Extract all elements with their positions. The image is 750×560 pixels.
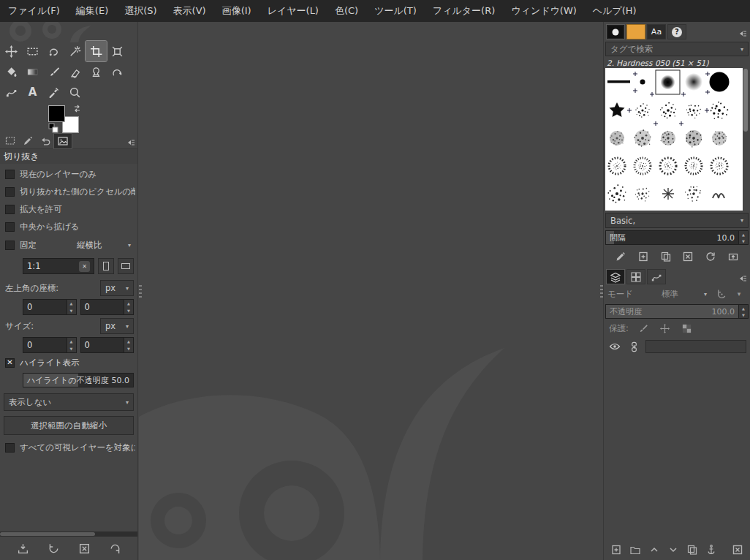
move-tool-button[interactable] (1, 41, 22, 61)
spacing-spinner[interactable]: ▲▼ (739, 230, 749, 245)
open-brush-as-image-button[interactable] (724, 248, 742, 265)
highlight-checkbox[interactable]: ✕ (5, 358, 15, 368)
layer-list[interactable] (604, 356, 750, 540)
menu-colors[interactable]: 色(C) (327, 0, 366, 22)
new-layer-group-button[interactable] (629, 541, 641, 559)
menu-view[interactable]: 表示(V) (165, 0, 214, 22)
foreground-color-swatch[interactable] (48, 105, 65, 122)
paintbrush-tool-button[interactable] (43, 61, 64, 82)
menu-edit[interactable]: 編集(E) (68, 0, 116, 22)
fonts-tab[interactable]: Aa (647, 24, 666, 39)
anchor-layer-button[interactable] (705, 541, 717, 559)
menu-file[interactable]: ファイル(F) (0, 0, 68, 22)
zoom-tool-button[interactable] (64, 82, 86, 102)
brush-tag-search-dropdown[interactable]: タグで検索 ▾ (605, 42, 749, 56)
eraser-tool-button[interactable] (64, 61, 86, 82)
opacity-spinner[interactable]: ▲▼ (739, 304, 749, 319)
rectangle-select-tool-button[interactable] (22, 41, 43, 61)
allow-growing-checkbox[interactable] (5, 205, 15, 214)
brushes-dock-menu-button[interactable] (735, 28, 748, 39)
position-x-spinner[interactable]: 0 ▲▼ (23, 299, 77, 315)
channels-tab[interactable] (626, 269, 645, 284)
brush-grid-scrollbar[interactable] (743, 68, 749, 211)
patterns-tab[interactable] (626, 24, 645, 39)
new-layer-button[interactable] (610, 541, 622, 559)
brush-spacing-slider[interactable]: 間隔 10.0 (605, 230, 739, 245)
refresh-brushes-button[interactable] (702, 248, 719, 265)
position-y-spinner[interactable]: 0 ▲▼ (80, 299, 135, 315)
edit-brush-button[interactable] (612, 248, 629, 265)
highlight-opacity-slider[interactable]: ハイライトの不透明度 50.0 (23, 373, 134, 387)
lock-pixels-button[interactable] (636, 321, 651, 336)
auto-shrink-button[interactable]: 選択範囲の自動縮小 (4, 416, 134, 435)
duplicate-brush-button[interactable] (657, 248, 675, 265)
save-presets-button[interactable] (14, 540, 31, 557)
crop-tool-button[interactable] (86, 41, 107, 61)
link-toggle[interactable] (626, 339, 641, 354)
spinner-arrows[interactable]: ▲▼ (124, 338, 133, 352)
menu-tools[interactable]: ツール(T) (366, 0, 425, 22)
layer-opacity-slider[interactable]: 不透明度 100.0 (605, 304, 739, 319)
images-tab[interactable] (54, 134, 72, 148)
guides-dropdown[interactable]: 表示しない ▾ (4, 393, 134, 411)
left-dock-menu-button[interactable] (124, 137, 136, 148)
brush-group-dropdown[interactable]: Basic, ▾ (605, 213, 749, 228)
scrollbar-thumb[interactable] (0, 532, 95, 536)
scrollbar-thumb[interactable] (743, 69, 748, 132)
layers-tab[interactable] (606, 269, 625, 284)
delete-presets-button[interactable] (75, 540, 93, 557)
clone-tool-button[interactable] (86, 61, 107, 82)
menu-image[interactable]: 画像(I) (214, 0, 260, 22)
delete-layer-button[interactable] (732, 541, 743, 559)
paths-tool-button[interactable] (1, 82, 22, 102)
default-colors-icon[interactable] (48, 123, 58, 133)
mode-menu-button[interactable]: ▾ (732, 287, 746, 301)
smudge-tool-button[interactable] (107, 61, 128, 82)
bucket-fill-tool-button[interactable] (1, 61, 22, 82)
clear-icon[interactable]: ✕ (79, 261, 90, 272)
menu-help[interactable]: ヘルプ(H) (585, 0, 645, 22)
layer-filter-input[interactable] (645, 340, 746, 353)
brushes-tab[interactable] (606, 24, 625, 39)
menu-filters[interactable]: フィルター(R) (425, 0, 503, 22)
raise-layer-button[interactable] (648, 541, 660, 559)
menu-layer[interactable]: レイヤー(L) (260, 0, 327, 22)
size-unit-dropdown[interactable]: px ▾ (100, 318, 134, 334)
size-width-spinner[interactable]: 0 ▲▼ (23, 337, 77, 353)
horizontal-scrollbar[interactable] (0, 531, 137, 537)
free-select-tool-button[interactable] (43, 41, 64, 61)
layers-dock-menu-button[interactable] (735, 273, 748, 284)
gradient-tool-button[interactable] (22, 61, 43, 82)
spinner-arrows[interactable]: ▲▼ (67, 338, 76, 352)
lock-position-button[interactable] (658, 321, 673, 336)
tool-options-tab[interactable] (1, 134, 19, 148)
fuzzy-select-tool-button[interactable] (64, 41, 86, 61)
mode-switch-button[interactable] (714, 287, 729, 301)
spinner-arrows[interactable]: ▲▼ (124, 300, 133, 314)
layer-mode-dropdown[interactable]: 標準 ▾ (636, 286, 711, 302)
size-height-spinner[interactable]: 0 ▲▼ (80, 337, 135, 353)
fixed-type-dropdown[interactable]: 縦横比 ▾ (72, 237, 135, 253)
paths-tab[interactable] (647, 269, 666, 284)
lower-layer-button[interactable] (667, 541, 679, 559)
document-history-tab[interactable]: ? (667, 24, 686, 39)
lock-alpha-button[interactable] (680, 321, 694, 336)
fixed-checkbox[interactable] (5, 241, 15, 250)
restore-presets-button[interactable] (45, 540, 62, 557)
menu-select[interactable]: 選択(S) (116, 0, 164, 22)
reset-options-button[interactable] (106, 540, 124, 557)
sample-merged-checkbox[interactable] (5, 443, 15, 453)
text-tool-button[interactable]: A (22, 82, 43, 102)
duplicate-layer-button[interactable] (686, 541, 698, 559)
position-unit-dropdown[interactable]: px ▾ (100, 280, 134, 296)
canvas[interactable] (139, 22, 603, 560)
delete-brush-button[interactable] (679, 248, 697, 265)
landscape-orientation-button[interactable] (118, 258, 134, 274)
transform-tool-button[interactable] (107, 41, 128, 61)
device-status-tab[interactable] (19, 134, 37, 148)
new-brush-button[interactable] (635, 248, 652, 265)
expand-from-center-checkbox[interactable] (5, 222, 15, 232)
left-pane-resize-grip[interactable] (139, 285, 142, 298)
undo-history-tab[interactable] (37, 134, 54, 148)
aspect-ratio-input[interactable]: 1:1 ✕ (23, 258, 94, 274)
